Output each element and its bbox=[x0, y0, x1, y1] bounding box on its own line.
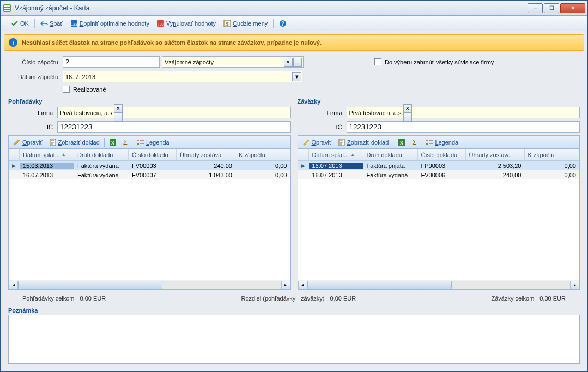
type-lookup[interactable]: Vzájomné zápočty ✕ ⋯ bbox=[162, 56, 304, 68]
svg-rect-20 bbox=[426, 140, 428, 141]
right-sum-button[interactable]: Σ bbox=[410, 137, 419, 147]
right-ic-input[interactable] bbox=[347, 121, 580, 133]
svg-text:X: X bbox=[111, 140, 114, 146]
left-sub-toolbar: Opraviť Zobraziť doklad X Σ Legenda bbox=[8, 135, 291, 148]
info-icon: i bbox=[9, 38, 17, 47]
cell-date: 16.07.2013 bbox=[20, 172, 74, 178]
table-row[interactable]: ▶16.07.2013Faktúra prijatáFP000032 503,2… bbox=[298, 161, 580, 170]
left-legend-label: Legenda bbox=[146, 139, 169, 146]
lookup-clear-icon[interactable]: ✕ bbox=[403, 104, 412, 113]
left-total-value: 0,00 EUR bbox=[80, 295, 106, 302]
scroll-left-icon[interactable]: ◂ bbox=[298, 281, 307, 289]
mid-total-label: Rozdiel (pohľadávky - záväzky) bbox=[241, 295, 324, 302]
cislo-zapoctu-input[interactable] bbox=[63, 56, 160, 68]
window: Vzájomný zápočet - Karta ─ ☐ ✕ OK Späť 1… bbox=[0, 0, 588, 372]
right-firma-lookup[interactable]: Prvá testovacia, a.s. ✕ ⋯ bbox=[347, 107, 580, 118]
scroll-thumb[interactable] bbox=[307, 281, 452, 289]
table-row[interactable]: ▶15.03.2013Faktúra vydanáFV00003240,000,… bbox=[9, 161, 290, 170]
col-uhrady[interactable]: Úhrady zostáva bbox=[177, 149, 235, 160]
right-legend-button[interactable]: Legenda bbox=[423, 138, 460, 147]
undo-icon bbox=[40, 20, 48, 27]
fill-label: Doplniť optimálne hodnoty bbox=[80, 20, 149, 27]
cell-date: 16.07.2013 bbox=[309, 163, 363, 169]
scroll-right-icon[interactable]: ▸ bbox=[570, 281, 579, 289]
sigma-icon: Σ bbox=[123, 138, 128, 146]
lookup-clear-icon[interactable]: ✕ bbox=[114, 104, 123, 113]
reset-values-button[interactable]: ↓00 Vynulovať hodnoty bbox=[154, 19, 219, 28]
close-button[interactable]: ✕ bbox=[560, 3, 585, 13]
legend-icon bbox=[426, 139, 433, 146]
header-form: Číslo zápočtu Vzájomné zápočty ✕ ⋯ Do vý… bbox=[1, 54, 587, 98]
left-legend-button[interactable]: Legenda bbox=[135, 138, 172, 147]
note-label: Poznámka bbox=[8, 307, 580, 314]
datum-zapoctu-input[interactable]: 16. 7. 2013 ▾ bbox=[63, 71, 302, 82]
left-ic-input[interactable] bbox=[57, 121, 291, 133]
left-edit-button[interactable]: Opraviť bbox=[11, 138, 45, 147]
right-show-doc-button[interactable]: Zobraziť doklad bbox=[336, 138, 391, 147]
left-firma-lookup[interactable]: Prvá testovacia, a.s. ✕ ⋯ bbox=[57, 107, 291, 118]
right-grid: Dátum splat...▲ Druh dokladu Číslo dokla… bbox=[298, 148, 580, 290]
maximize-button[interactable]: ☐ bbox=[544, 3, 559, 13]
svg-rect-16 bbox=[137, 143, 139, 145]
left-excel-button[interactable]: X bbox=[107, 138, 119, 147]
lookup-clear-icon[interactable]: ✕ bbox=[284, 58, 293, 67]
right-total-value: 0,00 EUR bbox=[539, 295, 566, 302]
ok-button[interactable]: OK bbox=[8, 19, 32, 28]
svg-rect-1 bbox=[4, 5, 10, 7]
liabilities-title: Záväzky bbox=[298, 98, 580, 105]
table-row[interactable]: 16.07.2013Faktúra vydanáFV00006240,000,0… bbox=[298, 170, 580, 179]
include-related-label: Do výberu zahrnúť všetky súvisiace firmy bbox=[385, 59, 494, 65]
edit-icon bbox=[302, 139, 310, 146]
realizovane-checkbox[interactable] bbox=[63, 86, 70, 93]
right-edit-button[interactable]: Opraviť bbox=[300, 138, 334, 147]
col-kzapoctu[interactable]: K zápočtu bbox=[235, 149, 290, 160]
lookup-open-icon[interactable]: ⋯ bbox=[114, 113, 123, 122]
minimize-button[interactable]: ─ bbox=[528, 3, 543, 13]
realizovane-label: Realizované bbox=[73, 86, 106, 93]
cell-uhrady: 1 043,00 bbox=[177, 172, 235, 178]
col-cislo[interactable]: Číslo dokladu bbox=[418, 149, 466, 160]
lookup-open-icon[interactable]: ⋯ bbox=[403, 113, 412, 122]
lookup-open-icon[interactable]: ⋯ bbox=[293, 58, 302, 67]
col-kzapoctu[interactable]: K zápočtu bbox=[525, 149, 580, 160]
right-total-label: Záväzky celkom bbox=[491, 295, 534, 302]
scroll-left-icon[interactable]: ◂ bbox=[9, 281, 18, 289]
note-textarea[interactable] bbox=[8, 315, 580, 364]
date-dropdown-icon[interactable]: ▾ bbox=[292, 72, 301, 81]
liabilities-pane: Záväzky Firma Prvá testovacia, a.s. ✕ ⋯ … bbox=[298, 98, 580, 290]
left-hscroll[interactable]: ◂ ▸ bbox=[9, 280, 290, 289]
datum-zapoctu-label: Dátum zápočtu bbox=[8, 74, 63, 80]
right-excel-button[interactable]: X bbox=[396, 138, 408, 147]
scroll-right-icon[interactable]: ▸ bbox=[281, 281, 290, 289]
right-firma-label: Firma bbox=[298, 110, 347, 116]
col-date[interactable]: Dátum splat...▲ bbox=[20, 149, 74, 160]
col-date[interactable]: Dátum splat...▲ bbox=[309, 149, 363, 160]
mid-total-value: 0,00 EUR bbox=[330, 295, 356, 302]
left-show-doc-button[interactable]: Zobraziť doklad bbox=[47, 138, 102, 147]
receivables-title: Pohľadávky bbox=[8, 98, 291, 105]
svg-rect-21 bbox=[426, 143, 428, 145]
col-cislo[interactable]: Číslo dokladu bbox=[129, 149, 177, 160]
help-button[interactable]: ? bbox=[276, 19, 290, 28]
table-row[interactable]: 16.07.2013Faktúra vydanáFV000071 043,000… bbox=[9, 170, 290, 179]
include-related-checkbox[interactable] bbox=[374, 58, 381, 65]
sigma-icon: Σ bbox=[412, 138, 416, 146]
back-button[interactable]: Späť bbox=[37, 19, 66, 28]
scroll-thumb[interactable] bbox=[18, 281, 162, 289]
cell-uhrady: 240,00 bbox=[466, 172, 525, 178]
foreign-currency-button[interactable]: $ Cudzie meny bbox=[220, 19, 271, 28]
left-sum-button[interactable]: Σ bbox=[121, 137, 130, 147]
col-uhrady[interactable]: Úhrady zostáva bbox=[466, 149, 525, 160]
fill-optimal-button[interactable]: 123 Doplniť optimálne hodnoty bbox=[67, 19, 153, 28]
currency-icon: $ bbox=[223, 20, 231, 27]
legend-icon bbox=[137, 139, 144, 146]
left-grid-header: Dátum splat...▲ Druh dokladu Číslo dokla… bbox=[9, 149, 290, 161]
left-firma-value: Prvá testovacia, a.s. bbox=[60, 110, 114, 116]
col-druh[interactable]: Druh dokladu bbox=[363, 149, 418, 160]
right-hscroll[interactable]: ◂ ▸ bbox=[298, 280, 580, 289]
col-druh[interactable]: Druh dokladu bbox=[74, 149, 129, 160]
window-title: Vzájomný zápočet - Karta bbox=[15, 4, 528, 12]
totals-row: Pohľadávky celkom0,00 EUR Rozdiel (pohľa… bbox=[1, 290, 587, 305]
left-show-label: Zobraziť doklad bbox=[58, 139, 100, 146]
type-lookup-value: Vzájomné zápočty bbox=[165, 59, 214, 65]
